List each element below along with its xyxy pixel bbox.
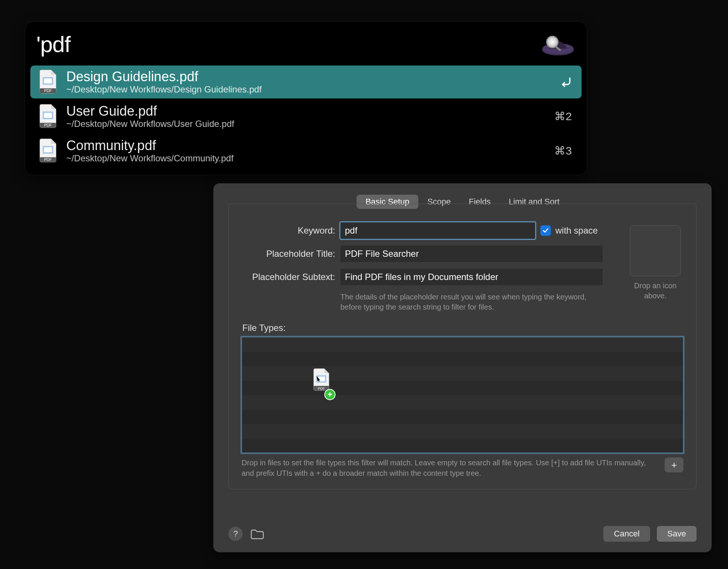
result-title: Design Guidelines.pdf [66, 69, 553, 84]
file-types-dropzone[interactable]: + [242, 337, 683, 453]
alfred-search-input[interactable] [33, 27, 537, 62]
with-space-checkbox[interactable]: with space [540, 225, 598, 236]
alfred-results-list: Design Guidelines.pdf~/Desktop/New Workf… [25, 65, 587, 170]
add-file-type-button[interactable]: + [665, 457, 683, 472]
checkmark-icon [540, 225, 551, 236]
alfred-search-row [25, 22, 587, 65]
result-title: User Guide.pdf [66, 103, 547, 119]
result-row[interactable]: Design Guidelines.pdf~/Desktop/New Workf… [30, 66, 582, 98]
result-shortcut: ⌘3 [554, 144, 575, 157]
cancel-button[interactable]: Cancel [603, 526, 650, 542]
result-title: Community.pdf [66, 138, 547, 153]
placeholder-title-input[interactable] [340, 246, 603, 262]
pdf-file-icon [37, 103, 59, 129]
editor-footer: ? Cancel Save [213, 520, 712, 552]
placeholder-title-label: Placeholder Title: [242, 249, 335, 259]
pdf-file-icon [37, 137, 59, 164]
file-types-hint-text: Drop in files to set the file types this… [242, 457, 659, 478]
help-button[interactable]: ? [228, 527, 243, 541]
result-subtitle: ~/Desktop/New Workflows/User Guide.pdf [66, 119, 547, 129]
icon-well[interactable] [630, 225, 681, 276]
dragged-file-icon [312, 368, 330, 391]
basic-setup-group: Drop an icon above. Keyword: with space … [228, 204, 697, 489]
result-text: Design Guidelines.pdf~/Desktop/New Workf… [66, 69, 553, 95]
file-filter-editor-window: Basic SetupScopeFieldsLimit and Sort Dro… [213, 183, 712, 552]
icon-drop-hint: Drop an icon above. [627, 281, 683, 301]
result-subtitle: ~/Desktop/New Workflows/Community.pdf [66, 153, 547, 164]
alfred-search-window: Design Guidelines.pdf~/Desktop/New Workf… [25, 22, 587, 175]
add-badge-icon: + [324, 389, 336, 400]
save-button[interactable]: Save [657, 526, 697, 542]
keyword-input[interactable] [340, 222, 535, 239]
workflow-icon-dropzone[interactable]: Drop an icon above. [627, 225, 683, 301]
result-text: Community.pdf~/Desktop/New Workflows/Com… [66, 138, 547, 164]
pdf-file-icon [37, 69, 59, 95]
result-text: User Guide.pdf~/Desktop/New Workflows/Us… [66, 103, 547, 129]
result-shortcut [561, 76, 575, 87]
result-subtitle: ~/Desktop/New Workflows/Design Guideline… [66, 84, 553, 95]
result-shortcut: ⌘2 [554, 110, 575, 123]
editor-body: Basic SetupScopeFieldsLimit and Sort Dro… [213, 183, 712, 520]
return-icon [561, 76, 572, 87]
keyword-label: Keyword: [242, 225, 335, 236]
folder-icon [251, 528, 264, 539]
with-space-label: with space [555, 225, 598, 236]
placeholder-hint-text: The details of the placeholder result yo… [340, 292, 588, 312]
placeholder-subtext-input[interactable] [340, 269, 603, 285]
result-row[interactable]: Community.pdf~/Desktop/New Workflows/Com… [30, 134, 582, 167]
alfred-logo-icon [537, 31, 579, 58]
result-row[interactable]: User Guide.pdf~/Desktop/New Workflows/Us… [30, 100, 582, 133]
file-types-label: File Types: [242, 323, 683, 333]
reveal-folder-button[interactable] [249, 527, 265, 540]
placeholder-subtext-label: Placeholder Subtext: [242, 272, 335, 282]
